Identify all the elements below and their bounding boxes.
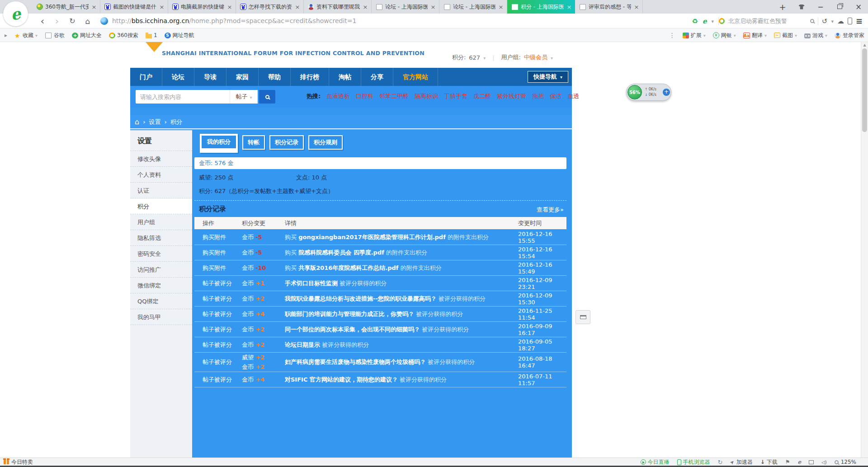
memory-percent-ball[interactable]: 56% (627, 85, 642, 99)
browser-tab[interactable]: 怎样寻找下载的资 (236, 0, 304, 14)
home-icon[interactable] (135, 118, 139, 126)
back-to-top-button[interactable] (576, 310, 590, 324)
search-suggestion-text[interactable]: 北京启动雾霾红色预警 (728, 17, 807, 25)
hot-search-link[interactable]: 邻苯二甲醛 (379, 92, 409, 100)
tab-close-icon[interactable] (498, 4, 504, 10)
sidebar-item-我的马甲[interactable]: 我的马甲 (130, 309, 192, 325)
credit-tab-积分记录[interactable]: 积分记录 (269, 135, 304, 150)
tab-close-icon[interactable] (430, 4, 436, 10)
nav-item-分享[interactable]: 分享 (361, 68, 393, 86)
sidebar-item-用户组[interactable]: 用户组 (130, 214, 192, 230)
bookmark-item[interactable]: 网址大全 (72, 32, 102, 39)
hot-search-link[interactable]: 拖把 (532, 92, 544, 100)
phone-connect-icon[interactable] (848, 18, 852, 24)
menu-icon[interactable] (856, 16, 863, 26)
search-category-select[interactable]: 帖子 (230, 90, 258, 104)
credit-tab-积分规则[interactable]: 积分规则 (308, 135, 343, 150)
group-value[interactable]: 中级会员 (524, 53, 547, 61)
reload-button[interactable] (66, 14, 79, 28)
toolbar-item[interactable]: 登录管家 (835, 32, 864, 39)
overflow-icon[interactable] (669, 32, 675, 39)
sidebar-item-QQ绑定[interactable]: QQ绑定 (130, 293, 192, 309)
breadcrumb-link[interactable]: 积分 (170, 118, 182, 126)
bookmark-item[interactable]: 谷歌 (45, 32, 65, 39)
bookmark-item[interactable]: 1 (146, 32, 157, 38)
cloud-sync-icon[interactable] (837, 17, 844, 25)
browser-tab[interactable]: 截图的快捷键是什 (100, 0, 168, 14)
sidebar-item-微信绑定[interactable]: 微信绑定 (130, 278, 192, 293)
nav-item-家园[interactable]: 家园 (226, 68, 259, 86)
toolbar-item[interactable]: 网银 (713, 32, 736, 39)
hot-search-link[interactable]: 丁腈手套 (444, 92, 467, 100)
sidebar-item-修改头像[interactable]: 修改头像 (130, 151, 192, 167)
nav-item-论坛[interactable]: 论坛 (162, 68, 194, 86)
hot-search-link[interactable]: 紫外线灯管 (497, 92, 526, 100)
hot-search-link[interactable]: 血透 (567, 92, 579, 100)
tab-close-icon[interactable] (159, 4, 165, 10)
detail-title-link[interactable]: 职能部门的培训能力与管理能力成正比，你赞吗？ (285, 311, 414, 317)
zoom-control[interactable]: 125% (835, 459, 856, 465)
tab-close-icon[interactable] (566, 4, 572, 10)
mode-switch-icon[interactable]: e (703, 17, 707, 25)
detail-title-link[interactable]: 院感科院感科委员会 四季度.pdf (298, 249, 384, 256)
browser-tab[interactable]: 论坛 - 上海国际医 (439, 0, 507, 14)
tab-close-icon[interactable] (633, 4, 640, 10)
search-engine-icon[interactable] (719, 18, 725, 24)
bookmark-item[interactable]: 网址导航 (165, 32, 194, 39)
url-field[interactable]: http://bbs.icchina.org.cn/home.php?mod=s… (112, 17, 356, 24)
home-button[interactable] (81, 14, 94, 28)
browser-tab[interactable]: 论坛 - 上海国际医 (372, 0, 439, 14)
browser-tab[interactable]: 积分 - 上海国际医 (507, 0, 575, 14)
hot-search-link[interactable]: 血液透析 (326, 92, 350, 100)
status-item-加速器[interactable]: 加速器 (730, 458, 752, 466)
scrollbar-thumb[interactable] (862, 48, 867, 132)
status-item[interactable] (809, 460, 814, 464)
history-caret-icon[interactable] (831, 18, 834, 24)
hot-search-link[interactable]: 隔离标识 (415, 92, 438, 100)
browser-tab[interactable]: 资料下载哪里呢我 (304, 0, 372, 14)
new-tab-button[interactable] (773, 0, 792, 14)
back-button[interactable] (36, 14, 49, 28)
hot-search-link[interactable]: 保洁 (550, 92, 561, 100)
status-left[interactable]: 今日特卖 (4, 458, 33, 466)
tab-close-icon[interactable] (294, 4, 301, 10)
view-more-link[interactable]: 查看更多» (537, 206, 564, 214)
credit-tab-转帐[interactable]: 转帐 (242, 135, 265, 150)
adblock-icon[interactable] (692, 17, 698, 25)
toolbar-item[interactable]: 截图 (774, 32, 797, 39)
breadcrumb-link[interactable]: 设置 (149, 118, 161, 126)
bookmark-item[interactable]: 360搜索 (109, 32, 138, 39)
forum-search-button[interactable] (259, 90, 275, 104)
hot-search-link[interactable]: 戊二醛 (473, 92, 491, 100)
hot-search-link[interactable]: 口腔科 (356, 92, 373, 100)
sidebar-item-认证[interactable]: 认证 (130, 183, 192, 198)
close-button[interactable] (849, 0, 868, 14)
detail-title-link[interactable]: 妇产科病房需要生活废物与感染性废物两个垃圾桶吗？ (285, 359, 426, 365)
quick-nav-button[interactable]: 快捷导航 (528, 71, 568, 83)
forward-button[interactable] (51, 14, 63, 28)
credit-tab-我的积分[interactable]: 我的积分 (200, 134, 238, 153)
sidebar-item-个人资料[interactable]: 个人资料 (130, 167, 192, 183)
detail-title-link[interactable]: 手术切口目标性监测 (285, 280, 338, 287)
speedball-plus-button[interactable] (663, 89, 670, 96)
nav-item-帮助[interactable]: 帮助 (259, 68, 291, 86)
mode-caret-icon[interactable] (711, 18, 714, 24)
scroll-up-arrow[interactable] (861, 43, 868, 47)
browser-tab[interactable]: 电脑截屏的快捷键 (168, 0, 236, 14)
tab-close-icon[interactable] (91, 4, 97, 10)
detail-title-link[interactable]: 我院职业暴露总结分析与改进措施--您院的职业暴露高吗？ (285, 295, 437, 302)
sidebar-item-密码安全[interactable]: 密码安全 (130, 246, 192, 262)
nav-item-门户[interactable]: 门户 (130, 68, 162, 86)
skin-button[interactable] (792, 0, 811, 14)
browser-search-box[interactable]: 北京启动雾霾红色预警 (719, 14, 868, 28)
network-speed-widget[interactable]: 56% ↑0K/s ↓0K/s (626, 84, 671, 101)
status-item-下载[interactable]: 下载 (760, 458, 778, 466)
sidebar-item-访问推广[interactable]: 访问推广 (130, 262, 192, 278)
minimize-button[interactable] (811, 0, 830, 14)
page-scrollbar[interactable] (861, 42, 868, 458)
status-item[interactable] (785, 459, 790, 465)
search-icon[interactable] (810, 19, 814, 23)
browser-logo[interactable]: e (3, 1, 28, 26)
detail-title-link[interactable]: 同一个部位的两次标本采集，会出现不同的细菌吗？ (285, 326, 420, 333)
status-item-今日直播[interactable]: 今日直播 (641, 458, 670, 466)
